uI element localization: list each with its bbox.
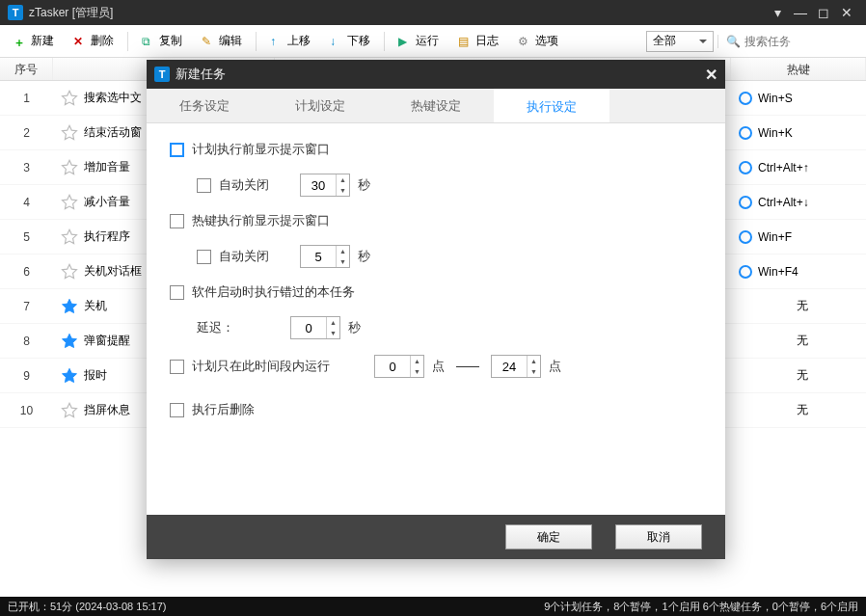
ok-button[interactable]: 确定	[505, 524, 592, 549]
delay-seconds-input[interactable]	[291, 321, 326, 335]
star-icon[interactable]	[61, 333, 78, 350]
spin-up[interactable]: ▲	[326, 317, 339, 328]
play-icon: ▶	[398, 35, 412, 48]
separator	[127, 32, 128, 51]
spin-to-hour[interactable]: ▲▼	[491, 355, 541, 378]
row-number: 9	[0, 369, 53, 383]
options-button[interactable]: ⚙选项	[510, 29, 566, 53]
new-button[interactable]: ＋新建	[6, 29, 62, 53]
spin-delay-seconds[interactable]: ▲▼	[290, 316, 340, 339]
arrow-up-icon: ↑	[270, 35, 284, 48]
row-hotkey: 无	[731, 367, 866, 384]
hotkey-seconds-input[interactable]	[301, 250, 336, 264]
spin-plan-seconds[interactable]: ▲▼	[300, 174, 350, 197]
edit-button[interactable]: ✎编辑	[194, 29, 250, 53]
dialog-close-button[interactable]: ✕	[705, 66, 717, 84]
spin-up[interactable]: ▲	[410, 356, 423, 366]
log-button[interactable]: ▤日志	[450, 29, 506, 53]
star-icon[interactable]	[61, 194, 78, 211]
search-box: 🔍	[717, 35, 860, 48]
star-icon[interactable]	[61, 228, 78, 246]
unit-hour: 点	[549, 358, 561, 375]
label-delete-after: 执行后删除	[192, 401, 255, 418]
col-hotkey[interactable]: 热键	[731, 58, 866, 80]
copy-icon: ⧉	[142, 35, 155, 48]
to-hour-input[interactable]	[492, 360, 527, 374]
minimize-button[interactable]: —	[789, 5, 812, 20]
task-name: 搜索选中文	[84, 90, 142, 106]
star-icon[interactable]	[61, 402, 78, 419]
separator	[384, 32, 385, 51]
spin-down[interactable]: ▼	[336, 185, 349, 196]
spin-up[interactable]: ▲	[527, 356, 540, 366]
chk-hotkey-prompt[interactable]	[170, 214, 184, 228]
spin-hotkey-seconds[interactable]: ▲▼	[300, 245, 350, 268]
spin-down[interactable]: ▼	[326, 328, 339, 338]
label-plan-autoclose: 自动关闭	[219, 176, 269, 194]
separator	[256, 32, 257, 51]
move-down-button[interactable]: ↓下移	[322, 29, 378, 53]
status-right: 9个计划任务，8个暂停，1个启用 6个热键任务，0个暂停，6个启用	[544, 600, 858, 614]
row-hotkey: Ctrl+Alt+↑	[731, 161, 866, 174]
move-up-button[interactable]: ↑上移	[262, 29, 318, 53]
maximize-button[interactable]: ◻	[812, 5, 835, 20]
row-hotkey: 无	[731, 333, 866, 349]
task-name: 增加音量	[84, 159, 130, 175]
spin-up[interactable]: ▲	[336, 246, 349, 256]
spin-from-hour[interactable]: ▲▼	[374, 355, 424, 378]
task-name: 关机	[84, 298, 107, 314]
chk-time-range[interactable]	[170, 360, 184, 374]
chk-plan-prompt[interactable]	[170, 143, 184, 157]
close-button[interactable]: ✕	[835, 5, 858, 20]
spin-down[interactable]: ▼	[410, 366, 423, 377]
label-run-missed: 软件启动时执行错过的本任务	[192, 283, 355, 301]
new-task-dialog: T 新建任务 ✕ 任务设定 计划设定 热键设定 执行设定 计划执行前显示提示窗口…	[147, 60, 725, 559]
tab-exec[interactable]: 执行设定	[494, 89, 609, 122]
copy-button[interactable]: ⧉复制	[134, 29, 190, 53]
row-number: 8	[0, 335, 53, 348]
star-icon[interactable]	[61, 124, 78, 142]
toolbar: ＋新建 ✕删除 ⧉复制 ✎编辑 ↑上移 ↓下移 ▶运行 ▤日志 ⚙选项 全部 🔍	[0, 25, 866, 58]
filter-select[interactable]: 全部	[646, 31, 714, 52]
row-number: 1	[0, 92, 53, 105]
run-button[interactable]: ▶运行	[391, 29, 447, 53]
plus-icon: ＋	[14, 35, 27, 48]
row-hotkey: Win+S	[731, 92, 866, 105]
star-icon[interactable]	[61, 263, 78, 281]
label-time-range: 计划只在此时间段内运行	[192, 358, 330, 375]
from-hour-input[interactable]	[375, 360, 410, 374]
dropdown-icon[interactable]: ▾	[766, 5, 789, 20]
chk-run-missed[interactable]	[170, 285, 184, 300]
hotkey-status-icon	[739, 196, 752, 209]
star-icon[interactable]	[61, 159, 78, 176]
row-hotkey: Ctrl+Alt+↓	[731, 196, 866, 209]
hotkey-status-icon	[739, 126, 752, 140]
row-hotkey: Win+K	[731, 126, 866, 140]
tab-task[interactable]: 任务设定	[147, 89, 262, 122]
label-plan-prompt: 计划执行前显示提示窗口	[192, 141, 330, 158]
row-number: 2	[0, 126, 53, 140]
label-hotkey-prompt: 热键执行前显示提示窗口	[192, 212, 330, 229]
star-icon[interactable]	[61, 298, 78, 315]
hotkey-status-icon	[739, 161, 752, 174]
plan-seconds-input[interactable]	[301, 178, 336, 193]
spin-down[interactable]: ▼	[336, 256, 349, 267]
search-input[interactable]	[744, 35, 860, 48]
spin-down[interactable]: ▼	[527, 366, 540, 377]
arrow-down-icon: ↓	[330, 35, 343, 48]
chk-delete-after[interactable]	[170, 403, 184, 417]
tab-hotkey[interactable]: 热键设定	[378, 89, 494, 122]
chk-hotkey-autoclose[interactable]	[197, 250, 211, 264]
label-delay: 延迟：	[197, 319, 234, 336]
cancel-button[interactable]: 取消	[615, 524, 702, 549]
spin-up[interactable]: ▲	[336, 174, 349, 185]
chk-plan-autoclose[interactable]	[197, 178, 211, 193]
log-icon: ▤	[458, 35, 472, 48]
pencil-icon: ✎	[202, 35, 215, 48]
tab-plan[interactable]: 计划设定	[262, 89, 378, 122]
star-icon[interactable]	[61, 90, 78, 107]
star-icon[interactable]	[61, 367, 78, 385]
delete-button[interactable]: ✕删除	[66, 29, 122, 53]
col-num[interactable]: 序号	[0, 58, 53, 80]
search-icon: 🔍	[726, 35, 741, 48]
